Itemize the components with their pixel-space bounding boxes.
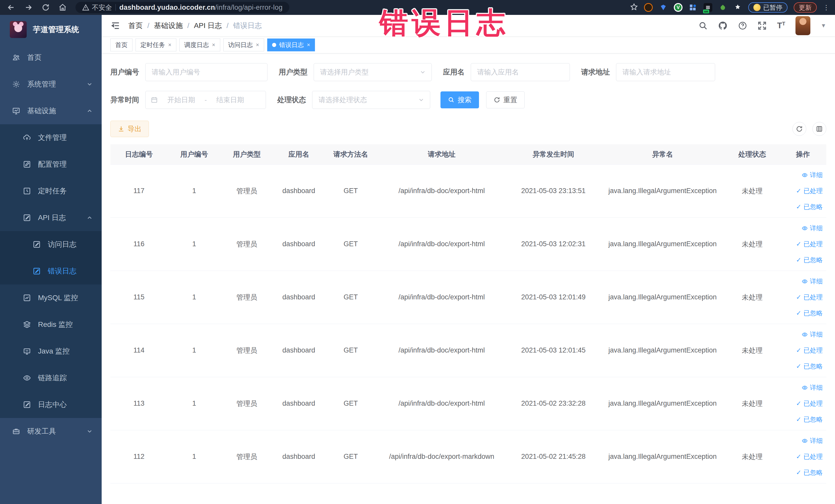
end-date-input[interactable] [211,96,249,104]
close-icon[interactable]: × [168,42,171,48]
search-icon[interactable] [698,21,708,30]
breadcrumb-api-log[interactable]: API 日志 [194,21,222,31]
browser-reload-icon[interactable] [42,3,50,12]
security-label: 不安全 [92,3,112,12]
sidebar-item-dev-tools[interactable]: 研发工具 [0,418,102,445]
sidebar-item-java-monitor[interactable]: Java 监控 [0,338,102,365]
extensions-puzzle-icon[interactable] [733,3,742,12]
user-type-select-input[interactable] [314,63,432,81]
sidebar-item-label: Java 监控 [38,346,69,356]
tag-error-log[interactable]: 错误日志× [267,39,315,52]
chrome-update-button[interactable]: 更新 [794,2,817,13]
extension-icon[interactable] [644,3,653,12]
refresh-table-button[interactable] [792,122,806,136]
sidebar-item-infra[interactable]: 基础设施 [0,98,102,124]
detail-link[interactable]: 详细 [781,327,823,343]
mark-ignored-link[interactable]: ✓已忽略 [781,252,823,268]
sidebar-item-job[interactable]: 定时任务 [0,178,102,204]
sidebar-item-redis-monitor[interactable]: Redis 监控 [0,311,102,338]
process-status-select-input[interactable] [312,91,430,109]
extension-icon[interactable] [689,3,697,12]
detail-link[interactable]: 详细 [781,167,823,183]
app-name-input[interactable] [471,63,570,81]
col-app-name: 应用名 [273,144,325,164]
extension-icon[interactable] [718,3,727,12]
sidebar-item-config-manage[interactable]: 配置管理 [0,151,102,178]
sidebar-item-api-log[interactable]: API 日志 [0,204,102,231]
breadcrumb-infra[interactable]: 基础设施 [154,21,183,31]
user-type-select[interactable] [314,63,432,81]
sidebar-item-system[interactable]: 系统管理 [0,71,102,98]
column-settings-button[interactable] [812,122,826,136]
profile-paused-button[interactable]: 已暂停 [748,2,788,13]
browser-back-icon[interactable] [7,3,15,12]
process-status-select[interactable] [312,91,430,109]
sidebar-collapse-icon[interactable] [110,21,121,31]
cell-status: 未处理 [725,164,779,218]
start-date-input[interactable] [162,96,201,104]
sidebar-item-log-center[interactable]: 日志中心 [0,391,102,418]
fullscreen-icon[interactable] [757,21,767,30]
mark-ignored-link[interactable]: ✓已忽略 [781,358,823,374]
address-bar[interactable]: 不安全 dashboard.yudao.iocoder.cn/infra/log… [76,2,289,13]
mark-ignored-link[interactable]: ✓已忽略 [781,411,823,427]
sidebar-item-file-manage[interactable]: 文件管理 [0,124,102,151]
detail-link[interactable]: 详细 [781,380,823,396]
bookmark-star-icon[interactable] [630,3,638,12]
table-row: 116 1 管理员 dashboard GET /api/infra/db-do… [110,218,826,270]
close-icon[interactable]: × [256,42,259,48]
chevron-up-icon [86,215,93,221]
clock-icon [23,187,31,195]
tag-job[interactable]: 定时任务× [136,39,176,52]
sidebar-item-access-log[interactable]: 访问日志 [0,231,102,258]
sidebar-item-mysql-monitor[interactable]: MySQL 监控 [0,284,102,311]
tag-access-log[interactable]: 访问日志× [223,39,264,52]
mark-processed-link[interactable]: ✓已处理 [781,236,823,252]
tag-schedule-log[interactable]: 调度日志× [179,39,220,52]
cell-user-type: 管理员 [221,324,272,377]
chart-icon [23,294,31,302]
browser-forward-icon[interactable] [24,3,33,12]
mark-ignored-link[interactable]: ✓已忽略 [781,305,823,321]
app-logo-row[interactable]: 芋道管理系统 [0,15,102,44]
user-avatar[interactable] [795,16,810,35]
reset-button[interactable]: 重置 [486,92,525,108]
sidebar-item-trace[interactable]: 链路追踪 [0,365,102,391]
mark-processed-link[interactable]: ✓已处理 [781,289,823,305]
breadcrumb-home[interactable]: 首页 [128,21,143,31]
url-text[interactable]: dashboard.yudao.iocoder.cn/infra/log/api… [119,4,283,12]
detail-link[interactable]: 详细 [781,220,823,236]
browser-home-icon[interactable] [59,3,67,12]
mark-processed-link[interactable]: ✓已处理 [781,343,823,358]
extension-icon[interactable] [659,3,668,12]
cell-user-id: 1 [168,164,221,218]
mark-processed-link[interactable]: ✓已处理 [781,449,823,465]
mark-ignored-link[interactable]: ✓已忽略 [781,199,823,215]
export-button[interactable]: 导出 [110,121,149,137]
extension-icon[interactable]: on [704,3,712,12]
github-icon[interactable] [718,21,728,31]
close-icon[interactable]: × [307,42,310,48]
font-size-icon[interactable]: TT [777,21,785,30]
mark-processed-link[interactable]: ✓已处理 [781,183,823,199]
close-icon[interactable]: × [212,42,216,48]
mark-processed-link[interactable]: ✓已处理 [781,396,823,411]
browser-menu-icon[interactable]: ⋮ [823,4,830,12]
extension-icon[interactable]: V [674,3,683,12]
tag-home[interactable]: 首页 [110,39,133,52]
request-url-input[interactable] [616,63,715,81]
user-id-input[interactable] [145,63,267,81]
user-menu-caret-icon[interactable]: ▼ [821,22,826,29]
check-icon: ✓ [796,256,801,264]
check-icon: ✓ [796,240,801,248]
sidebar-item-home[interactable]: 首页 [0,44,102,71]
detail-link[interactable]: 详细 [781,433,823,449]
help-icon[interactable] [738,21,747,30]
mark-ignored-link[interactable]: ✓已忽略 [781,465,823,481]
sidebar-item-error-log[interactable]: 错误日志 [0,258,102,284]
date-range-picker[interactable]: - [145,91,266,109]
breadcrumb: 首页 / 基础设施 / API 日志 / 错误日志 [128,21,262,31]
search-button[interactable]: 搜索 [441,92,479,108]
security-warning-icon[interactable]: 不安全 [82,3,112,12]
detail-link[interactable]: 详细 [781,274,823,289]
